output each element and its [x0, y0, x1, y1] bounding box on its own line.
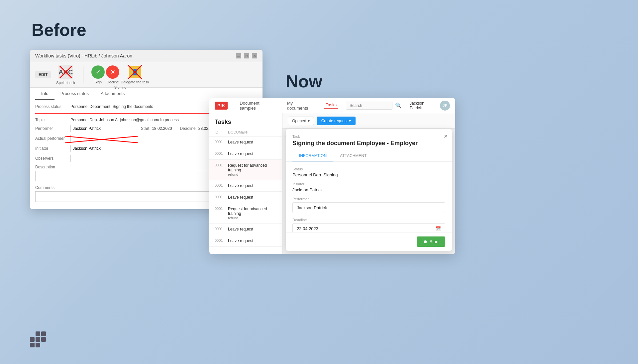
close-button[interactable]: ✕	[252, 53, 257, 58]
spellcheck-icon: ABC	[58, 65, 73, 79]
nav-tasks[interactable]: Tasks	[324, 102, 338, 109]
spellcheck-label: Spell-check	[56, 81, 75, 85]
task-doc-text: Request for advanced training	[228, 207, 277, 216]
delegate-label: Delegate the task	[121, 80, 149, 84]
minimize-button[interactable]: —	[236, 53, 241, 58]
tab-process-status[interactable]: Process status	[54, 88, 95, 100]
performer-box: Jackson Patrick	[292, 202, 445, 213]
pik-footer-logo	[30, 331, 46, 347]
decline-item[interactable]: ✕ Decline	[106, 65, 119, 84]
start-button[interactable]: ⏺ Start	[417, 236, 445, 247]
nav-document-samples[interactable]: Document samples	[238, 101, 277, 111]
task-doc: Leave request	[228, 140, 277, 144]
new-navbar: PIK Document samples My documents Tasks …	[209, 98, 455, 113]
task-modal-body: Status Personnel Dep. Signing Initiator …	[286, 162, 452, 232]
search-input[interactable]	[346, 102, 392, 110]
tab-information[interactable]: INFORMATION	[292, 151, 333, 161]
initiator-value: Jackson Patrick	[292, 187, 445, 192]
task-doc: Leave request	[228, 238, 277, 243]
signing-group-label: Signing	[114, 85, 127, 89]
description-textarea[interactable]	[35, 171, 218, 181]
create-request-button[interactable]: Create request ▾	[317, 117, 356, 125]
status-field: Status Personnel Dep. Signing	[292, 167, 445, 177]
task-detail-area: Opened ▾ Create request ▾ CREATED PERFO	[282, 113, 455, 254]
right-action-bar: Opened ▾ Create request ▾	[282, 113, 455, 129]
user-avatar: JP	[440, 101, 450, 111]
deadline-label: Deadline	[292, 218, 445, 222]
nav-my-documents[interactable]: My documents	[286, 101, 316, 111]
task-id: 0001	[215, 195, 228, 200]
nav-user: Jackson Patrick JP	[410, 101, 450, 111]
grid-cell	[30, 337, 35, 342]
window-controls: — □ ✕	[236, 53, 257, 58]
signing-group: ✓ Sign ✕ Decline 👤	[91, 65, 149, 84]
status-label: Status	[292, 167, 445, 171]
performer-input[interactable]	[70, 125, 130, 132]
deadline-value: 22.04.2023	[297, 226, 318, 231]
comments-textarea[interactable]	[35, 191, 218, 202]
sign-item[interactable]: ✓ Sign	[91, 65, 105, 84]
performer-label: Performer	[35, 126, 65, 131]
start-date: Start 18.02.2020	[141, 126, 172, 131]
task-row[interactable]: 0001 Leave request	[209, 235, 282, 247]
modal-close-button[interactable]: ✕	[444, 133, 448, 139]
sign-icon: ✓	[91, 65, 105, 79]
initiator-input[interactable]	[70, 145, 130, 152]
task-doc-multi: Request for advanced training refund	[228, 163, 277, 176]
grid-cell	[41, 331, 46, 336]
new-window: PIK Document samples My documents Tasks …	[209, 98, 455, 254]
task-id: 0001	[215, 238, 228, 243]
grid-cell	[36, 343, 40, 347]
task-id: 0001	[215, 227, 228, 231]
status-value: Personnel Dep. Signing	[292, 172, 445, 177]
task-row[interactable]: 0001 Leave request	[209, 180, 282, 192]
initiator-label: Initiator	[35, 146, 65, 151]
observers-label: Observers	[35, 156, 65, 161]
task-row[interactable]: 0001 Leave request	[209, 224, 282, 235]
task-modal: Task Signing the document Employee - Emp…	[286, 129, 452, 251]
tasks-area: Tasks ID DOCUMENT 0001 Leave request 000…	[209, 113, 455, 254]
deadline-box[interactable]: 22.04.2023 📅	[292, 223, 445, 232]
tasks-list: Tasks ID DOCUMENT 0001 Leave request 000…	[209, 113, 282, 254]
task-label: Task	[292, 135, 445, 138]
edit-button[interactable]: EDIT	[35, 71, 51, 78]
tab-info[interactable]: Info	[35, 88, 54, 100]
task-row[interactable]: 0001 Leave request	[209, 192, 282, 203]
start-icon: ⏺	[423, 239, 428, 244]
actual-performer-input[interactable]	[70, 135, 130, 142]
tab-attachment[interactable]: ATTACHMENT	[333, 151, 373, 161]
task-id: 0001	[215, 163, 228, 176]
nav-username: Jackson Patrick	[410, 101, 437, 110]
maximize-button[interactable]: □	[244, 53, 249, 58]
old-titlebar: Workflow tasks (Vitro) - HRLib / Johnson…	[30, 50, 263, 62]
calendar-icon[interactable]: 📅	[436, 226, 441, 231]
before-label: Before	[32, 20, 86, 40]
initiator-label: Initiator	[292, 182, 445, 186]
topic-label: Topic	[35, 118, 65, 122]
task-doc-sub: refund	[228, 172, 277, 176]
grid-cell	[41, 343, 46, 347]
task-doc: Leave request	[228, 183, 277, 188]
col-document: DOCUMENT	[228, 130, 277, 134]
observers-input[interactable]	[70, 155, 130, 162]
actual-performer-label: Actual performer	[35, 136, 65, 141]
opened-chevron-icon: ▾	[308, 119, 310, 123]
task-row[interactable]: 0001 Leave request	[209, 148, 282, 160]
pik-logo: PIK	[215, 102, 228, 110]
delegate-icon: 👤	[128, 65, 142, 79]
start-label: Start	[430, 239, 439, 244]
deadline-label: Deadline	[180, 126, 195, 131]
opened-label: Opened	[292, 119, 306, 123]
spellcheck-group: ABC Spell-check	[56, 65, 75, 85]
search-icon[interactable]: 🔍	[395, 102, 402, 109]
task-row[interactable]: 0001 Leave request	[209, 136, 282, 148]
tab-attachments[interactable]: Attachments	[95, 88, 131, 100]
grid-cell	[36, 331, 40, 336]
pik-grid-logo	[30, 331, 46, 347]
opened-button[interactable]: Opened ▾	[288, 117, 314, 125]
task-row[interactable]: 0001 Request for advanced training refun…	[209, 203, 282, 224]
task-row-selected[interactable]: 0001 Request for advanced training refun…	[209, 160, 282, 180]
delegate-item[interactable]: 👤 Delegate the task	[121, 65, 149, 84]
decline-label: Decline	[107, 80, 119, 84]
grid-cell	[41, 337, 46, 342]
